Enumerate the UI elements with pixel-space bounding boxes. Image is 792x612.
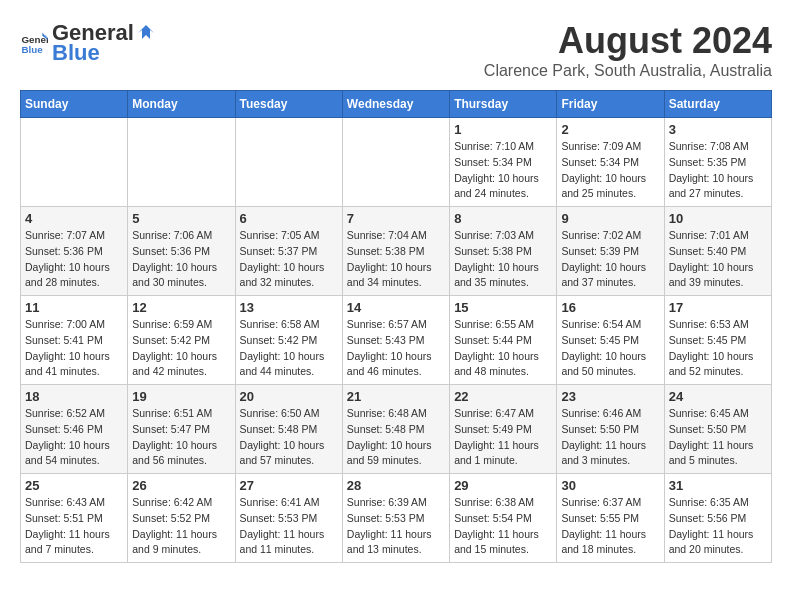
day-info: Sunrise: 6:46 AM Sunset: 5:50 PM Dayligh… [561, 406, 659, 469]
day-info: Sunrise: 7:00 AM Sunset: 5:41 PM Dayligh… [25, 317, 123, 380]
day-header-friday: Friday [557, 91, 664, 118]
day-info: Sunrise: 6:50 AM Sunset: 5:48 PM Dayligh… [240, 406, 338, 469]
day-info: Sunrise: 6:45 AM Sunset: 5:50 PM Dayligh… [669, 406, 767, 469]
calendar-cell: 16Sunrise: 6:54 AM Sunset: 5:45 PM Dayli… [557, 296, 664, 385]
day-number: 31 [669, 478, 767, 493]
day-header-thursday: Thursday [450, 91, 557, 118]
calendar-cell: 10Sunrise: 7:01 AM Sunset: 5:40 PM Dayli… [664, 207, 771, 296]
day-number: 24 [669, 389, 767, 404]
calendar-cell: 20Sunrise: 6:50 AM Sunset: 5:48 PM Dayli… [235, 385, 342, 474]
day-header-saturday: Saturday [664, 91, 771, 118]
day-number: 9 [561, 211, 659, 226]
day-number: 22 [454, 389, 552, 404]
day-info: Sunrise: 7:10 AM Sunset: 5:34 PM Dayligh… [454, 139, 552, 202]
subtitle: Clarence Park, South Australia, Australi… [484, 62, 772, 80]
day-number: 21 [347, 389, 445, 404]
day-info: Sunrise: 6:35 AM Sunset: 5:56 PM Dayligh… [669, 495, 767, 558]
calendar-cell [235, 118, 342, 207]
day-info: Sunrise: 6:51 AM Sunset: 5:47 PM Dayligh… [132, 406, 230, 469]
calendar-cell: 15Sunrise: 6:55 AM Sunset: 5:44 PM Dayli… [450, 296, 557, 385]
calendar-cell: 29Sunrise: 6:38 AM Sunset: 5:54 PM Dayli… [450, 474, 557, 563]
calendar-cell: 30Sunrise: 6:37 AM Sunset: 5:55 PM Dayli… [557, 474, 664, 563]
day-info: Sunrise: 7:03 AM Sunset: 5:38 PM Dayligh… [454, 228, 552, 291]
day-number: 17 [669, 300, 767, 315]
day-number: 7 [347, 211, 445, 226]
day-number: 2 [561, 122, 659, 137]
day-number: 15 [454, 300, 552, 315]
day-number: 8 [454, 211, 552, 226]
calendar-cell: 19Sunrise: 6:51 AM Sunset: 5:47 PM Dayli… [128, 385, 235, 474]
calendar-cell: 4Sunrise: 7:07 AM Sunset: 5:36 PM Daylig… [21, 207, 128, 296]
calendar-cell: 17Sunrise: 6:53 AM Sunset: 5:45 PM Dayli… [664, 296, 771, 385]
calendar-cell: 6Sunrise: 7:05 AM Sunset: 5:37 PM Daylig… [235, 207, 342, 296]
day-number: 23 [561, 389, 659, 404]
day-header-tuesday: Tuesday [235, 91, 342, 118]
calendar-cell [342, 118, 449, 207]
svg-marker-4 [138, 25, 154, 39]
svg-text:Blue: Blue [21, 44, 43, 55]
day-number: 13 [240, 300, 338, 315]
logo: General Blue General Blue [20, 20, 156, 66]
calendar-cell: 25Sunrise: 6:43 AM Sunset: 5:51 PM Dayli… [21, 474, 128, 563]
calendar-cell: 23Sunrise: 6:46 AM Sunset: 5:50 PM Dayli… [557, 385, 664, 474]
day-number: 14 [347, 300, 445, 315]
calendar-cell: 2Sunrise: 7:09 AM Sunset: 5:34 PM Daylig… [557, 118, 664, 207]
day-number: 3 [669, 122, 767, 137]
calendar-cell: 1Sunrise: 7:10 AM Sunset: 5:34 PM Daylig… [450, 118, 557, 207]
logo-icon: General Blue [20, 29, 48, 57]
day-info: Sunrise: 6:52 AM Sunset: 5:46 PM Dayligh… [25, 406, 123, 469]
day-info: Sunrise: 6:53 AM Sunset: 5:45 PM Dayligh… [669, 317, 767, 380]
calendar-cell: 13Sunrise: 6:58 AM Sunset: 5:42 PM Dayli… [235, 296, 342, 385]
day-info: Sunrise: 6:59 AM Sunset: 5:42 PM Dayligh… [132, 317, 230, 380]
calendar-cell: 8Sunrise: 7:03 AM Sunset: 5:38 PM Daylig… [450, 207, 557, 296]
day-number: 4 [25, 211, 123, 226]
day-info: Sunrise: 6:38 AM Sunset: 5:54 PM Dayligh… [454, 495, 552, 558]
day-number: 28 [347, 478, 445, 493]
day-number: 12 [132, 300, 230, 315]
day-info: Sunrise: 7:04 AM Sunset: 5:38 PM Dayligh… [347, 228, 445, 291]
page-header: General Blue General Blue August 2024 Cl… [20, 20, 772, 80]
day-info: Sunrise: 6:54 AM Sunset: 5:45 PM Dayligh… [561, 317, 659, 380]
calendar-cell: 12Sunrise: 6:59 AM Sunset: 5:42 PM Dayli… [128, 296, 235, 385]
day-info: Sunrise: 6:55 AM Sunset: 5:44 PM Dayligh… [454, 317, 552, 380]
day-number: 30 [561, 478, 659, 493]
calendar-cell: 28Sunrise: 6:39 AM Sunset: 5:53 PM Dayli… [342, 474, 449, 563]
calendar-cell: 5Sunrise: 7:06 AM Sunset: 5:36 PM Daylig… [128, 207, 235, 296]
calendar-cell: 27Sunrise: 6:41 AM Sunset: 5:53 PM Dayli… [235, 474, 342, 563]
day-number: 11 [25, 300, 123, 315]
title-block: August 2024 Clarence Park, South Austral… [484, 20, 772, 80]
day-number: 6 [240, 211, 338, 226]
day-header-monday: Monday [128, 91, 235, 118]
day-info: Sunrise: 6:41 AM Sunset: 5:53 PM Dayligh… [240, 495, 338, 558]
day-number: 1 [454, 122, 552, 137]
day-number: 27 [240, 478, 338, 493]
calendar-cell: 31Sunrise: 6:35 AM Sunset: 5:56 PM Dayli… [664, 474, 771, 563]
day-info: Sunrise: 7:02 AM Sunset: 5:39 PM Dayligh… [561, 228, 659, 291]
calendar-cell [21, 118, 128, 207]
day-info: Sunrise: 6:39 AM Sunset: 5:53 PM Dayligh… [347, 495, 445, 558]
day-info: Sunrise: 6:57 AM Sunset: 5:43 PM Dayligh… [347, 317, 445, 380]
day-number: 19 [132, 389, 230, 404]
day-number: 5 [132, 211, 230, 226]
day-info: Sunrise: 7:08 AM Sunset: 5:35 PM Dayligh… [669, 139, 767, 202]
calendar-cell: 11Sunrise: 7:00 AM Sunset: 5:41 PM Dayli… [21, 296, 128, 385]
logo-bird-icon [136, 23, 156, 43]
day-number: 10 [669, 211, 767, 226]
day-info: Sunrise: 7:05 AM Sunset: 5:37 PM Dayligh… [240, 228, 338, 291]
calendar-cell: 24Sunrise: 6:45 AM Sunset: 5:50 PM Dayli… [664, 385, 771, 474]
day-header-sunday: Sunday [21, 91, 128, 118]
day-info: Sunrise: 7:06 AM Sunset: 5:36 PM Dayligh… [132, 228, 230, 291]
day-info: Sunrise: 6:37 AM Sunset: 5:55 PM Dayligh… [561, 495, 659, 558]
day-info: Sunrise: 7:09 AM Sunset: 5:34 PM Dayligh… [561, 139, 659, 202]
day-info: Sunrise: 7:07 AM Sunset: 5:36 PM Dayligh… [25, 228, 123, 291]
calendar-table: SundayMondayTuesdayWednesdayThursdayFrid… [20, 90, 772, 563]
calendar-cell: 9Sunrise: 7:02 AM Sunset: 5:39 PM Daylig… [557, 207, 664, 296]
calendar-cell: 21Sunrise: 6:48 AM Sunset: 5:48 PM Dayli… [342, 385, 449, 474]
day-info: Sunrise: 7:01 AM Sunset: 5:40 PM Dayligh… [669, 228, 767, 291]
calendar-cell: 3Sunrise: 7:08 AM Sunset: 5:35 PM Daylig… [664, 118, 771, 207]
calendar-cell: 14Sunrise: 6:57 AM Sunset: 5:43 PM Dayli… [342, 296, 449, 385]
calendar-cell: 26Sunrise: 6:42 AM Sunset: 5:52 PM Dayli… [128, 474, 235, 563]
calendar-cell: 18Sunrise: 6:52 AM Sunset: 5:46 PM Dayli… [21, 385, 128, 474]
main-title: August 2024 [484, 20, 772, 62]
day-number: 20 [240, 389, 338, 404]
